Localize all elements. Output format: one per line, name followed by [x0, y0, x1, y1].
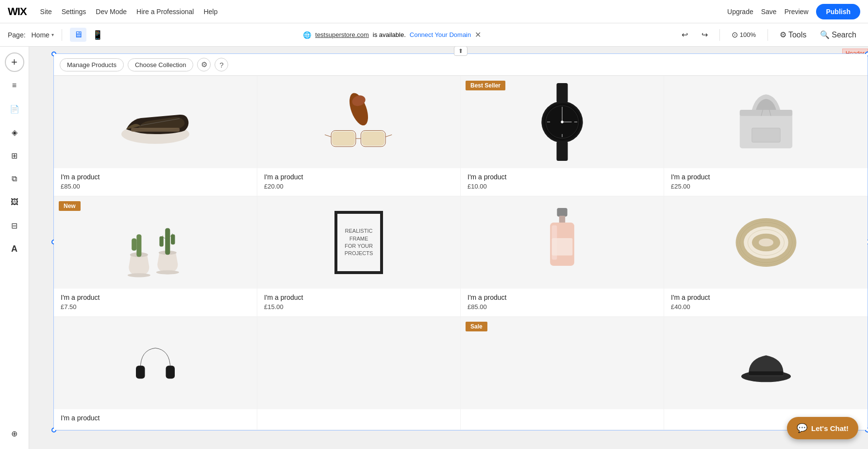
svg-rect-10 [332, 131, 355, 146]
zoom-control[interactable]: ⊙ 100% [728, 28, 760, 41]
nav-settings[interactable]: Settings [62, 8, 86, 16]
watch-image [533, 83, 591, 161]
svg-rect-39 [557, 208, 567, 217]
product-card[interactable]: New [54, 196, 257, 317]
sidebar-icon-pages[interactable]: ≡ [5, 76, 24, 95]
product-badge-new: New [59, 201, 81, 211]
product-card[interactable]: I'm a product £25.00 [664, 76, 868, 196]
sidebar-icon-media[interactable]: 🖼 [5, 192, 24, 212]
svg-point-38 [156, 270, 179, 274]
upgrade-button[interactable]: Upgrade [727, 8, 753, 16]
shoes-image [117, 93, 194, 151]
hoodie-image [730, 86, 802, 158]
domain-bar-close[interactable]: ✕ [475, 30, 481, 39]
product-card[interactable] [664, 317, 868, 430]
product-name: I'm a product [671, 173, 861, 181]
product-image-cactus [54, 196, 257, 289]
settings-icon[interactable]: ⚙ [197, 58, 211, 71]
product-price: £10.00 [467, 183, 657, 190]
sidebar-icon-content[interactable]: ⊟ [5, 216, 24, 235]
chat-label: Let's Chat! [811, 424, 849, 432]
domain-globe-icon: 🌐 [303, 31, 311, 39]
svg-rect-40 [559, 216, 565, 224]
save-button[interactable]: Save [761, 8, 777, 16]
product-info: I'm a product [54, 409, 257, 430]
nav-help[interactable]: Help [203, 8, 217, 16]
sidebar-icon-apps[interactable]: ⊞ [5, 146, 24, 165]
headphones-image [126, 339, 184, 387]
svg-line-9 [385, 135, 392, 137]
sidebar-icon-text[interactable]: A [5, 239, 24, 259]
connect-domain-link[interactable]: Connect Your Domain [410, 31, 471, 38]
product-grid-container[interactable]: ⬆ Manage Products Choose Collection ⚙ ? [53, 53, 868, 431]
nav-right-actions: Upgrade Save Preview Publish [727, 4, 860, 19]
sidebar-icon-layers[interactable]: ⊕ [5, 424, 24, 443]
page-selector[interactable]: Page: Home ▾ [8, 31, 54, 39]
choose-collection-button[interactable]: Choose Collection [128, 58, 194, 71]
nav-hire-professional[interactable]: Hire a Professional [136, 8, 194, 16]
preview-button[interactable]: Preview [785, 8, 809, 16]
product-card[interactable]: I'm a product £85.00 [54, 76, 257, 196]
top-navigation: WIX Site Settings Dev Mode Hire a Profes… [0, 0, 868, 23]
undo-button[interactable]: ↩ [678, 28, 692, 41]
mobile-view-button[interactable]: 📱 [88, 28, 107, 42]
product-card[interactable] [257, 317, 461, 430]
product-info: I'm a product £85.00 [54, 168, 257, 196]
sidebar-icon-blog[interactable]: 📄 [5, 99, 24, 119]
page-selector-chevron: ▾ [51, 32, 54, 37]
sidebar-icon-extensions[interactable]: ⧉ [5, 169, 24, 189]
sidebar-add-button[interactable]: + [5, 52, 24, 72]
svg-rect-51 [136, 365, 145, 379]
sidebar-icon-design[interactable]: ◈ [5, 122, 24, 142]
svg-rect-36 [159, 236, 163, 246]
svg-point-37 [128, 273, 150, 277]
svg-rect-27 [751, 128, 780, 142]
grid-toolbar: Manage Products Choose Collection ⚙ ? [54, 54, 868, 76]
svg-rect-2 [131, 128, 180, 132]
zoom-icon: ⊙ [732, 30, 738, 39]
product-card[interactable]: I'm a product £85.00 [461, 196, 664, 317]
redo-button[interactable]: ↪ [698, 28, 712, 41]
nav-dev-mode[interactable]: Dev Mode [96, 8, 127, 16]
svg-rect-34 [165, 228, 170, 255]
tools-button[interactable]: ⚙ Tools [776, 28, 810, 41]
product-badge-sale: Sale [466, 322, 487, 331]
help-icon[interactable]: ? [215, 58, 228, 71]
product-name: I'm a product [264, 294, 453, 301]
product-name: I'm a product [61, 173, 250, 181]
svg-rect-11 [362, 131, 384, 146]
product-name: I'm a product [61, 294, 250, 301]
product-card[interactable]: I'm a product £40.00 [664, 196, 868, 317]
product-card[interactable]: Best Seller [461, 76, 664, 196]
device-switcher: 🖥 📱 [70, 28, 107, 42]
product-name: I'm a product [671, 294, 861, 301]
publish-button[interactable]: Publish [816, 4, 860, 19]
frame-image: REALISTIC FRAMEFOR YOURPROJECTS [334, 211, 383, 274]
product-image-hoodie [664, 76, 868, 168]
nav-site[interactable]: Site [40, 8, 52, 16]
product-card[interactable]: REALISTIC FRAMEFOR YOURPROJECTS I'm a pr… [257, 196, 461, 317]
product-card[interactable]: I'm a product [54, 317, 257, 430]
tools-label: Tools [788, 31, 806, 39]
toolbar-right-actions: ↩ ↪ ⊙ 100% ⚙ Tools 🔍 Search [678, 28, 860, 41]
product-price: £20.00 [264, 183, 453, 190]
chat-button[interactable]: 💬 Let's Chat! [787, 417, 858, 439]
domain-link[interactable]: testsuperstore.com [315, 31, 369, 38]
product-card[interactable]: Sale [461, 317, 664, 430]
search-button[interactable]: 🔍 Search [816, 28, 860, 41]
product-card[interactable]: I'm a product £20.00 [257, 76, 461, 196]
main-layout: + ≡ 📄 ◈ ⊞ ⧉ 🖼 ⊟ A ⊕ Header ⬆ Manage Pro [0, 47, 868, 449]
svg-rect-54 [749, 371, 783, 375]
svg-line-8 [325, 135, 331, 137]
product-info: I'm a product £7.50 [54, 289, 257, 316]
product-badge-bestseller: Best Seller [466, 81, 505, 90]
domain-available-text: is available. [373, 31, 406, 38]
svg-rect-26 [739, 110, 792, 116]
desktop-view-button[interactable]: 🖥 [70, 28, 86, 42]
product-image-headphones [54, 317, 257, 409]
svg-rect-43 [552, 238, 573, 256]
product-image-sale [461, 317, 664, 409]
upload-handle[interactable]: ⬆ [454, 47, 467, 56]
zoom-level: 100% [740, 31, 756, 38]
manage-products-button[interactable]: Manage Products [60, 58, 124, 71]
